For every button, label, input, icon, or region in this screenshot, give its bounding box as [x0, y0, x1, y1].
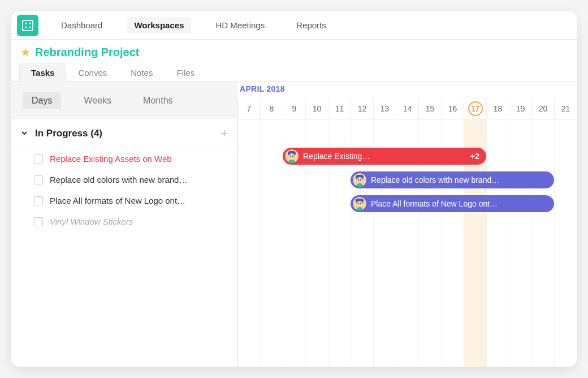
gantt-bar-badge: +2: [470, 152, 479, 161]
day-number: 18: [494, 104, 503, 113]
task-row[interactable]: Replace old colors with new brand…: [11, 169, 237, 190]
gantt-bar[interactable]: Replace Existing…+2: [283, 148, 486, 165]
day-cell[interactable]: 11: [328, 98, 351, 119]
svg-point-14: [360, 179, 361, 181]
top-nav-item[interactable]: Dashboard: [54, 17, 109, 33]
day-number: 7: [247, 104, 252, 113]
day-cell[interactable]: 9: [283, 98, 305, 119]
day-cell[interactable]: 10: [305, 98, 328, 119]
svg-rect-1: [25, 23, 27, 24]
zoom-option[interactable]: Weeks: [75, 92, 120, 109]
svg-rect-3: [25, 27, 27, 28]
task-label[interactable]: Vinyl Window Stickers: [50, 217, 133, 226]
svg-rect-2: [29, 23, 31, 24]
days-row: 789101112131415161718192021: [237, 98, 577, 119]
tab[interactable]: Tasks: [19, 63, 66, 82]
avatar-icon: [285, 149, 299, 163]
avatar-icon: [353, 173, 366, 187]
day-cell[interactable]: 13: [373, 98, 396, 119]
gantt-bar[interactable]: Replace old colors with new brand…: [351, 171, 554, 188]
day-cell[interactable]: 7: [237, 98, 260, 119]
day-number: 12: [358, 104, 367, 113]
svg-point-18: [358, 203, 359, 204]
tab[interactable]: Files: [165, 63, 206, 82]
day-number: 15: [426, 104, 435, 113]
month-label: APRIL 2018: [240, 84, 285, 93]
svg-point-13: [358, 179, 359, 181]
timeline-panel: APRIL 2018 789101112131415161718192021 R…: [237, 82, 577, 367]
tab-bar: TasksConvosNotesFiles: [11, 62, 577, 82]
gantt-bar[interactable]: Place All formats of New Logo ont…: [351, 195, 554, 212]
day-cell[interactable]: 16: [441, 98, 464, 119]
app-logo[interactable]: [17, 15, 38, 36]
svg-rect-4: [29, 27, 31, 28]
task-checkbox[interactable]: [34, 154, 43, 164]
zoom-option[interactable]: Days: [23, 92, 61, 109]
day-number: 13: [381, 104, 390, 113]
day-number: 11: [335, 104, 344, 113]
top-nav-item[interactable]: HD Meetings: [209, 17, 272, 33]
svg-point-19: [360, 203, 361, 204]
task-row[interactable]: Vinyl Window Stickers: [11, 211, 237, 232]
svg-point-12: [357, 177, 362, 183]
task-label[interactable]: Place All formats of New Logo ont…: [50, 196, 185, 205]
tab[interactable]: Notes: [119, 63, 165, 82]
day-cell[interactable]: 19: [509, 98, 531, 119]
project-title[interactable]: Rebranding Project: [35, 46, 139, 59]
zoom-option[interactable]: Months: [134, 92, 181, 109]
gantt-bars: Replace Existing…+2Replace old colors wi…: [237, 119, 577, 216]
day-cell[interactable]: 20: [531, 98, 554, 119]
day-number: 19: [516, 104, 525, 113]
chevron-down-icon[interactable]: [20, 129, 28, 139]
timeline-header: APRIL 2018 789101112131415161718192021: [237, 82, 577, 119]
add-task-icon[interactable]: +: [220, 126, 228, 141]
gantt-bar-label: Replace old colors with new brand…: [371, 175, 547, 184]
topbar: DashboardWorkspacesHD MeetingsReports: [11, 11, 577, 40]
avatar-icon: [353, 197, 366, 211]
day-number: 16: [448, 104, 457, 113]
svg-point-8: [290, 156, 291, 157]
day-cell[interactable]: 17: [464, 98, 486, 119]
task-list-panel: DaysWeeksMonths In Progress (4) + Replac…: [11, 82, 237, 367]
day-number: 9: [292, 104, 297, 113]
task-checkbox[interactable]: [34, 175, 43, 184]
task-row[interactable]: Replace Existing Assets on Web: [11, 148, 237, 169]
svg-point-9: [292, 156, 293, 157]
timeline-body[interactable]: Replace Existing…+2Replace old colors wi…: [237, 119, 577, 367]
day-number: 10: [313, 104, 322, 113]
day-cell[interactable]: 18: [486, 98, 509, 119]
day-number: 21: [561, 104, 570, 113]
task-checkbox[interactable]: [34, 196, 43, 205]
tab[interactable]: Convos: [66, 63, 119, 82]
top-nav-item[interactable]: Workspaces: [127, 17, 191, 33]
group-title: In Progress (4): [35, 128, 220, 139]
gantt-bar-label: Replace Existing…: [303, 152, 466, 161]
zoom-bar: DaysWeeksMonths: [11, 82, 237, 119]
main-content: DaysWeeksMonths In Progress (4) + Replac…: [11, 82, 577, 367]
day-cell[interactable]: 21: [554, 98, 577, 119]
svg-rect-0: [23, 20, 33, 31]
group-header[interactable]: In Progress (4) +: [11, 119, 237, 148]
day-cell[interactable]: 12: [351, 98, 373, 119]
day-number: 8: [270, 104, 274, 113]
task-checkbox[interactable]: [34, 217, 43, 226]
day-cell[interactable]: 8: [260, 98, 283, 119]
top-nav: DashboardWorkspacesHD MeetingsReports: [54, 17, 333, 33]
task-row[interactable]: Place All formats of New Logo ont…: [11, 190, 237, 211]
project-bar: ★ Rebranding Project: [11, 40, 577, 59]
star-icon[interactable]: ★: [20, 45, 31, 59]
task-label[interactable]: Replace old colors with new brand…: [50, 175, 187, 184]
top-nav-item[interactable]: Reports: [289, 17, 333, 33]
day-number: 17: [468, 101, 483, 116]
day-cell[interactable]: 14: [396, 98, 418, 119]
day-number: 14: [403, 104, 412, 113]
svg-point-17: [357, 201, 362, 207]
gantt-bar-label: Place All formats of New Logo ont…: [371, 199, 547, 208]
task-label[interactable]: Replace Existing Assets on Web: [50, 154, 172, 164]
day-cell[interactable]: 15: [418, 98, 441, 119]
app-window: DashboardWorkspacesHD MeetingsReports ★ …: [11, 11, 577, 367]
svg-point-7: [289, 153, 295, 159]
day-number: 20: [539, 104, 548, 113]
